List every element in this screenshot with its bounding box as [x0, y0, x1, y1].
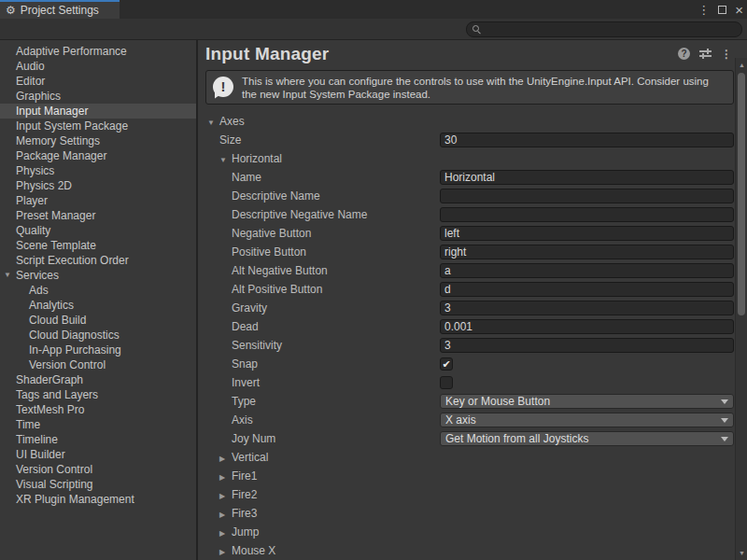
sidebar-item-audio[interactable]: Audio	[0, 59, 196, 74]
sidebar-item-physics-2d[interactable]: Physics 2D	[0, 178, 196, 193]
foldout-fire1[interactable]: ▶Fire1	[219, 467, 257, 487]
dropdown-type[interactable]: Key or Mouse Button	[440, 394, 734, 409]
field-label-sensitivity: Sensitivity	[232, 336, 282, 355]
foldout-jump[interactable]: ▶Jump	[219, 523, 259, 543]
page-title: Input Manager	[205, 44, 329, 64]
sidebar-item-label: Visual Scripting	[16, 478, 93, 491]
chevron-right-icon[interactable]: ▶	[219, 469, 227, 487]
sidebar-item-preset-manager[interactable]: Preset Manager	[0, 208, 196, 223]
close-icon[interactable]: ×	[735, 3, 743, 17]
toolbar	[0, 19, 747, 40]
row-joy-num: Joy NumGet Motion from all Joysticks	[198, 429, 747, 448]
dropdown-value: Key or Mouse Button	[445, 395, 550, 408]
sidebar-item-scene-template[interactable]: Scene Template	[0, 238, 196, 253]
sidebar-item-analytics[interactable]: Analytics	[0, 298, 196, 313]
sidebar-item-label: In-App Purchasing	[29, 343, 121, 357]
sidebar-item-player[interactable]: Player	[0, 193, 196, 208]
control-alt-negative-button	[440, 263, 734, 278]
foldout-label: Horizontal	[232, 152, 282, 165]
text-field-alt-positive-button[interactable]	[440, 282, 734, 297]
foldout-label: Fire3	[232, 507, 257, 520]
row-axis: AxisX axis	[198, 411, 747, 429]
sidebar-item-version-control[interactable]: Version Control	[0, 357, 196, 372]
chevron-down-icon[interactable]: ▼	[207, 114, 215, 133]
control-invert	[440, 375, 734, 390]
row-vertical: ▶Vertical	[198, 448, 747, 467]
vertical-scrollbar[interactable]: ▲ ▼	[735, 58, 747, 560]
text-field-gravity[interactable]	[440, 301, 734, 315]
checkbox-snap[interactable]: ✔	[440, 357, 453, 371]
sidebar-item-quality[interactable]: Quality	[0, 223, 196, 238]
row-name: Name	[198, 168, 747, 187]
text-field-positive-button[interactable]	[440, 245, 734, 259]
text-field-negative-button[interactable]	[440, 226, 734, 241]
dropdown-axis[interactable]: X axis	[440, 413, 734, 427]
text-field-alt-negative-button[interactable]	[440, 263, 734, 278]
text-field-descriptive-name[interactable]	[440, 189, 734, 203]
sidebar-item-in-app-purchasing[interactable]: In-App Purchasing	[0, 343, 196, 357]
sidebar-item-visual-scripting[interactable]: Visual Scripting	[0, 477, 196, 492]
text-field-size[interactable]	[440, 133, 734, 147]
search-input[interactable]	[485, 23, 727, 35]
info-box: ! This is where you can configure the co…	[205, 70, 734, 105]
sidebar-item-cloud-diagnostics[interactable]: Cloud Diagnostics	[0, 328, 196, 343]
chevron-down-icon[interactable]: ▼	[219, 151, 227, 170]
foldout-horizontal[interactable]: ▼Horizontal	[219, 149, 282, 170]
sidebar-item-ui-builder[interactable]: UI Builder	[0, 447, 196, 462]
sidebar-item-shadergraph[interactable]: ShaderGraph	[0, 372, 196, 387]
sidebar-item-label: Scene Template	[16, 239, 96, 252]
dropdown-joy-num[interactable]: Get Motion from all Joysticks	[440, 431, 734, 446]
sidebar-item-package-manager[interactable]: Package Manager	[0, 148, 196, 163]
sidebar-item-graphics[interactable]: Graphics	[0, 89, 196, 104]
control-gravity	[440, 301, 734, 315]
window-menu-icon[interactable]: ⋮	[698, 4, 710, 16]
scroll-up-icon[interactable]: ▲	[736, 60, 747, 71]
tab-project-settings[interactable]: ⚙ Project Settings	[0, 0, 120, 19]
text-field-name[interactable]	[440, 170, 734, 185]
chevron-right-icon[interactable]: ▶	[219, 525, 227, 543]
help-icon[interactable]: ?	[678, 48, 690, 60]
sidebar-item-script-execution-order[interactable]: Script Execution Order	[0, 253, 196, 268]
presets-icon[interactable]	[699, 49, 712, 59]
field-label-dead: Dead	[232, 317, 259, 336]
sidebar-item-input-manager[interactable]: Input Manager	[0, 104, 196, 119]
chevron-right-icon[interactable]: ▶	[219, 506, 227, 525]
row-positive-button: Positive Button	[198, 243, 747, 261]
field-label-alt-positive-button: Alt Positive Button	[232, 280, 322, 299]
chevron-right-icon[interactable]: ▶	[219, 450, 227, 469]
kebab-menu-icon[interactable]: ⋮	[721, 49, 732, 60]
sidebar-item-xr-plugin-management[interactable]: XR Plugin Management	[0, 492, 196, 507]
search-box[interactable]	[466, 21, 742, 37]
sidebar-item-physics[interactable]: Physics	[0, 163, 196, 178]
maximize-icon[interactable]	[718, 6, 726, 14]
main-header: Input Manager ? ⋮	[198, 40, 747, 64]
checkbox-invert[interactable]	[440, 376, 453, 389]
sidebar-item-label: Input Manager	[16, 105, 88, 118]
sidebar-item-input-system-package[interactable]: Input System Package	[0, 119, 196, 133]
text-field-descriptive-negative-name[interactable]	[440, 207, 734, 222]
sidebar-item-cloud-build[interactable]: Cloud Build	[0, 313, 196, 328]
foldout-axes[interactable]: ▼Axes	[207, 112, 245, 133]
chevron-right-icon[interactable]: ▶	[219, 487, 227, 506]
chevron-right-icon[interactable]: ▶	[219, 543, 227, 560]
foldout-fire3[interactable]: ▶Fire3	[219, 504, 257, 525]
chevron-down-icon[interactable]: ▼	[4, 268, 11, 283]
field-label-snap: Snap	[232, 355, 258, 373]
sidebar-item-services[interactable]: ▼Services	[0, 268, 196, 283]
sidebar-item-textmesh-pro[interactable]: TextMesh Pro	[0, 402, 196, 417]
sidebar-item-timeline[interactable]: Timeline	[0, 432, 196, 447]
sidebar-item-editor[interactable]: Editor	[0, 74, 196, 89]
sidebar-item-ads[interactable]: Ads	[0, 283, 196, 298]
scroll-down-icon[interactable]: ▼	[736, 548, 747, 559]
sidebar-item-tags-and-layers[interactable]: Tags and Layers	[0, 387, 196, 402]
sidebar-item-version-control[interactable]: Version Control	[0, 462, 196, 477]
sidebar-item-memory-settings[interactable]: Memory Settings	[0, 133, 196, 148]
foldout-vertical[interactable]: ▶Vertical	[219, 448, 268, 469]
text-field-sensitivity[interactable]	[440, 338, 734, 353]
text-field-dead[interactable]	[440, 319, 734, 334]
scrollbar-thumb[interactable]	[738, 73, 745, 315]
foldout-mouse-x[interactable]: ▶Mouse X	[219, 541, 275, 560]
sidebar-item-adaptive-performance[interactable]: Adaptive Performance	[0, 44, 196, 59]
sidebar-item-time[interactable]: Time	[0, 417, 196, 432]
foldout-fire2[interactable]: ▶Fire2	[219, 485, 257, 506]
